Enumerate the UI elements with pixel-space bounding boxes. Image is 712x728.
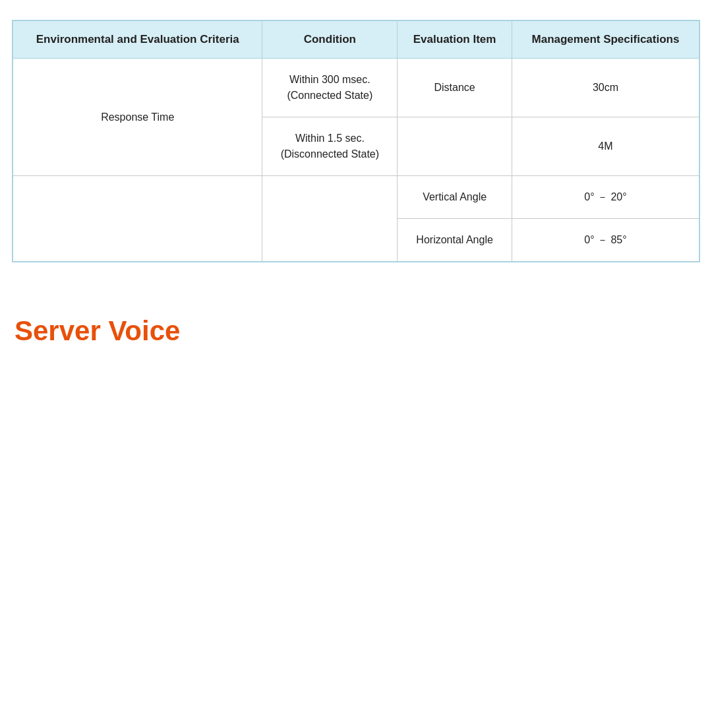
spec-vertical: 0° － 20° xyxy=(512,176,699,219)
condition-connected: Within 300 msec.(Connected State) xyxy=(262,59,398,117)
condition-empty xyxy=(262,176,398,262)
page-wrapper: Environmental and Evaluation Criteria Co… xyxy=(0,0,712,373)
table-row: Response Time Within 300 msec.(Connected… xyxy=(13,59,699,117)
eval-empty xyxy=(398,117,512,176)
eval-distance: Distance xyxy=(398,59,512,117)
criteria-response-time: Response Time xyxy=(13,59,262,176)
spec-horizontal: 0° － 85° xyxy=(512,219,699,262)
criteria-empty xyxy=(13,176,262,262)
header-criteria: Environmental and Evaluation Criteria xyxy=(13,20,262,59)
spec-4m: 4M xyxy=(512,117,699,176)
specs-table: Environmental and Evaluation Criteria Co… xyxy=(12,20,700,262)
header-evaluation: Evaluation Item xyxy=(398,20,512,59)
eval-vertical: Vertical Angle xyxy=(398,176,512,219)
table-header-row: Environmental and Evaluation Criteria Co… xyxy=(13,20,699,59)
eval-horizontal: Horizontal Angle xyxy=(398,219,512,262)
section-title: Server Voice xyxy=(12,315,700,347)
header-management: Management Specifications xyxy=(512,20,699,59)
table-row: Vertical Angle 0° － 20° xyxy=(13,176,699,219)
header-condition: Condition xyxy=(262,20,398,59)
condition-disconnected: Within 1.5 sec.(Disconnected State) xyxy=(262,117,398,176)
spec-30cm: 30cm xyxy=(512,59,699,117)
